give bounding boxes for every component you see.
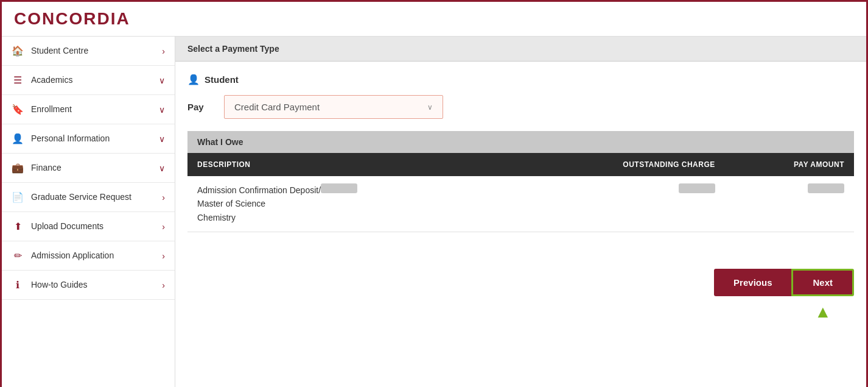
sidebar-label-academics: Academics [31,74,72,85]
col-description: DESCRIPTION [187,153,519,176]
chevron-icon: ∨ [159,134,165,144]
finance-icon: 💼 [12,162,24,174]
info-icon: ℹ [12,279,24,291]
chevron-icon: › [162,222,165,232]
blurred-text [321,183,357,193]
home-icon: 🏠 [12,45,24,57]
description-line3: Chemistry [197,213,236,222]
chevron-icon: › [162,251,165,261]
payment-type-select[interactable]: Credit Card Payment ∨ [224,95,443,119]
sidebar-item-how-to-guides[interactable]: ℹ How-to Guides › [2,271,175,300]
sidebar-item-admission-application[interactable]: ✏ Admission Application › [2,241,175,271]
sidebar-label-admission-application: Admission Application [31,250,114,261]
chevron-icon: ∨ [159,76,165,85]
description-line2: Master of Science [197,199,265,208]
cell-outstanding-charge [519,176,724,232]
sidebar-label-personal-information: Personal Information [31,133,110,144]
footer-buttons: Previous Next ▲ [175,257,866,308]
chevron-icon: ∨ [159,105,165,115]
section-header: Select a Payment Type [175,37,866,62]
student-row: 👤 Student [187,74,854,85]
student-icon: 👤 [187,74,200,85]
logo: CONCORDIA [14,9,854,29]
enrollment-icon: 🔖 [12,104,24,115]
cell-description: Admission Confirmation Deposit/ Master o… [187,176,519,232]
chevron-down-icon: ∨ [427,103,433,112]
pay-row: Pay Credit Card Payment ∨ [187,95,854,119]
pay-label: Pay [187,102,212,112]
sidebar-item-student-centre[interactable]: 🏠 Student Centre › [2,37,175,66]
document-icon: 📄 [12,191,24,203]
sidebar-label-enrollment: Enrollment [31,104,72,115]
sidebar-label-graduate-service-request: Graduate Service Request [31,191,131,202]
col-pay-amount: PAY AMOUNT [725,153,854,176]
chevron-icon: › [162,46,165,56]
cell-pay-amount [725,176,854,232]
description-line1: Admission Confirmation Deposit/ [197,185,357,195]
col-outstanding-charge: OUTSTANDING CHARGE [519,153,724,176]
sidebar-item-upload-documents[interactable]: ⬆ Upload Documents › [2,212,175,241]
what-i-owe-section: What I Owe DESCRIPTION OUTSTANDING CHARG… [187,131,854,232]
next-button[interactable]: Next [791,269,854,296]
table-row: Admission Confirmation Deposit/ Master o… [187,176,854,232]
pay-amount-value [808,183,844,193]
header: CONCORDIA [2,2,866,37]
sidebar-item-enrollment[interactable]: 🔖 Enrollment ∨ [2,95,175,124]
sidebar-item-graduate-service-request[interactable]: 📄 Graduate Service Request › [2,183,175,212]
academics-icon: ☰ [12,74,24,86]
sidebar-label-how-to-guides: How-to Guides [31,279,88,290]
sidebar-label-upload-documents: Upload Documents [31,221,103,232]
chevron-icon: ∨ [159,163,165,173]
section-header-title: Select a Payment Type [187,44,279,54]
sidebar-label-finance: Finance [31,162,61,173]
main-content: Select a Payment Type 👤 Student Pay Cred… [175,37,866,387]
edit-icon: ✏ [12,250,24,261]
sidebar-label-student-centre: Student Centre [31,45,88,56]
chevron-icon: › [162,193,165,202]
content-area: 👤 Student Pay Credit Card Payment ∨ What… [175,62,866,244]
charges-table: DESCRIPTION OUTSTANDING CHARGE PAY AMOUN… [187,153,854,232]
next-button-wrapper: Next ▲ [791,269,854,296]
table-header-row: DESCRIPTION OUTSTANDING CHARGE PAY AMOUN… [187,153,854,176]
sidebar-item-finance[interactable]: 💼 Finance ∨ [2,154,175,183]
sidebar-item-personal-information[interactable]: 👤 Personal Information ∨ [2,124,175,154]
what-i-owe-header: What I Owe [187,131,854,153]
student-label: Student [205,74,239,85]
arrow-up-indicator: ▲ [814,304,831,321]
payment-type-value: Credit Card Payment [234,102,320,112]
chevron-icon: › [162,280,165,290]
upload-icon: ⬆ [12,221,24,232]
person-icon: 👤 [12,133,24,144]
previous-button[interactable]: Previous [714,269,791,296]
sidebar-item-academics[interactable]: ☰ Academics ∨ [2,66,175,95]
outstanding-charge-value [679,183,715,193]
sidebar: 🏠 Student Centre › ☰ Academics ∨ 🔖 Enrol… [2,37,175,387]
layout: 🏠 Student Centre › ☰ Academics ∨ 🔖 Enrol… [2,37,866,387]
